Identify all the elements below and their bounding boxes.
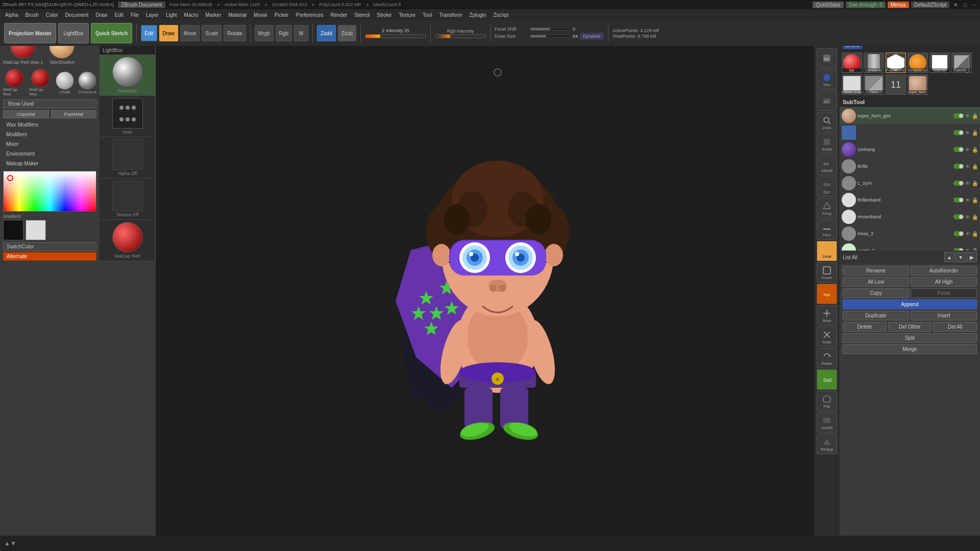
tool-thumb-polymesh[interactable]: PolyMesh3D [886, 53, 906, 73]
subtool-lock-brillenband[interactable]: 🔒 [972, 197, 978, 203]
see-through-btn[interactable]: See-through: 0 [846, 2, 886, 8]
menus-btn[interactable]: Menus [888, 2, 909, 8]
projection-master-btn[interactable]: Projection Master [4, 23, 56, 43]
all-low-btn[interactable]: All Low [843, 277, 909, 287]
menu-material[interactable]: Material [226, 11, 250, 19]
zsub-btn[interactable]: Zsub [338, 25, 356, 41]
delete-btn[interactable]: Delete [843, 322, 887, 332]
subtool-eye-hose3[interactable]: 👁 [965, 231, 970, 237]
canvas-area[interactable]: ★ [156, 46, 840, 536]
m-btn[interactable]: M [294, 25, 308, 41]
rgb-btn[interactable]: Rgb [276, 25, 292, 41]
subtool-item-hosenband[interactable]: Hosenband 👁 🔒 [840, 209, 980, 226]
matcap-small-chalk[interactable] [56, 71, 74, 90]
dynamic-icon-btn[interactable]: Dyn [817, 177, 837, 197]
default-zscript-btn[interactable]: DefaultZScript [911, 2, 949, 8]
subtool-lock-hose3[interactable]: 🔒 [972, 231, 978, 237]
tool-thumb-cube3d1[interactable]: Cube3D_1 [951, 53, 972, 73]
paste-mat-btn[interactable]: PasteMat [51, 110, 97, 118]
menu-picker[interactable]: Picker [272, 11, 292, 19]
copy-mat-btn[interactable]: CopyMat [3, 110, 49, 118]
menu-edit[interactable]: Edit [112, 11, 127, 19]
lb-standard-item[interactable]: Standard [100, 55, 155, 96]
subtool-lock-hero[interactable]: 🔒 [972, 113, 978, 119]
list-up-btn[interactable]: ▲ [944, 252, 954, 262]
edit-btn[interactable]: Edit [141, 25, 157, 41]
subtool-eye-hosenband[interactable]: 👁 [965, 214, 970, 220]
switch-color-btn[interactable]: SwitchColor [3, 242, 96, 251]
mixer-btn[interactable]: Mixer [3, 140, 96, 148]
menu-alpha[interactable]: Alpha [2, 11, 21, 19]
subtool-toggle-hosenband[interactable] [953, 214, 964, 219]
menu-layer[interactable]: Layer [143, 11, 162, 19]
menu-document[interactable]: Document [62, 11, 92, 19]
list-all-label[interactable]: List All [843, 255, 857, 260]
subtool-item-lsym[interactable]: L_Sym 👁 🔒 [840, 175, 980, 192]
menu-draw[interactable]: Draw [92, 11, 110, 19]
menu-texture[interactable]: Texture [396, 11, 419, 19]
environment-btn[interactable]: Environment [3, 149, 96, 158]
subtool-lock-hosenband[interactable]: 🔒 [972, 214, 978, 220]
zadd-btn[interactable]: Zadd [317, 25, 336, 41]
tool-thumb-cylinder[interactable]: Cylinder3D [864, 53, 884, 73]
menu-brush[interactable]: Brush [22, 11, 42, 19]
tool-thumb-bpr[interactable]: Bpr [842, 53, 862, 73]
menu-light[interactable]: Light [163, 11, 180, 19]
zbrush-document-btn[interactable]: ZBrush Document [118, 2, 165, 8]
subtool-toggle-hero[interactable] [953, 113, 964, 118]
scroll-btn[interactable]: Scrl [817, 91, 837, 111]
matcap-small-red2[interactable] [31, 69, 50, 87]
subtool-item-2[interactable]: 👁 🔒 [840, 124, 980, 141]
lb-texture-off-item[interactable]: Texture Off [100, 179, 155, 220]
subtool-eye-brille[interactable]: 👁 [965, 164, 970, 169]
tool-thumb-pm3d[interactable]: PM3D_Cube3D [842, 74, 862, 95]
subtool-toggle-brille[interactable] [953, 164, 964, 169]
quick-sketch-btn[interactable]: Quick Sketch [91, 23, 132, 43]
rotate-icon-btn[interactable]: Rotate [817, 348, 837, 368]
tool-thumb-simplebrush[interactable]: SimpleBrush [908, 53, 928, 73]
subtool-eye-brillenband[interactable]: 👁 [965, 197, 970, 203]
subtool-eye-lsym[interactable]: 👁 [965, 181, 970, 186]
lightbox-btn[interactable]: LightBox [58, 23, 89, 43]
subtool-toggle-brillenband[interactable] [953, 197, 964, 203]
tool-thumb-11[interactable]: 11 [886, 74, 906, 95]
draw-size-track[interactable] [530, 35, 571, 38]
wax-modifiers-btn[interactable]: Wax Modifiers [3, 120, 96, 129]
split-btn[interactable]: Split [843, 333, 977, 343]
tool-thumb-tile4[interactable]: Tile4 [864, 74, 884, 95]
frame-btn[interactable]: Frame [817, 262, 837, 283]
subtool-lock-augel2[interactable]: 🔒 [972, 248, 978, 251]
merge-btn[interactable]: Merge [843, 344, 977, 354]
persp-btn[interactable]: Persp [817, 198, 837, 218]
menu-zplugin[interactable]: Zplugin [467, 11, 489, 19]
subtool-toggle-hose3[interactable] [953, 231, 964, 236]
minimize-btn[interactable]: − [971, 2, 978, 8]
subtool-toggle-lsym[interactable] [953, 181, 964, 186]
close-btn[interactable]: ✕ [951, 2, 960, 8]
zoom-btn[interactable]: Zoom [817, 112, 837, 133]
goz-btn[interactable]: GoZ [817, 369, 837, 390]
autoreorder-btn[interactable]: AutoReorder [911, 266, 977, 276]
paste-btn[interactable]: Paste [911, 288, 977, 298]
subtool-lock-lsym[interactable]: 🔒 [972, 181, 978, 186]
aa-half-btn[interactable]: AA AAHalf [817, 155, 837, 176]
linefill-btn[interactable]: LineFill [817, 412, 837, 433]
lb-dots-item[interactable]: Dots [100, 96, 155, 137]
local-btn[interactable]: Local [817, 241, 837, 261]
menu-movie[interactable]: Movie [251, 11, 271, 19]
insert-btn[interactable]: Insert [911, 311, 977, 320]
subtool-toggle-2[interactable] [953, 130, 964, 135]
xyz-btn[interactable]: Xyz [817, 284, 837, 304]
lb-alpha-off-item[interactable]: Alpha Off [100, 137, 155, 179]
scale-icon-btn[interactable]: Scale [817, 327, 837, 347]
alternate-btn[interactable]: Alternate [3, 252, 96, 261]
tool-thumb-super-hero[interactable]: super_hero_goz [908, 74, 928, 95]
subtool-item-brillenband[interactable]: Brillenband 👁 🔒 [840, 192, 980, 209]
menu-render[interactable]: Render [328, 11, 351, 19]
spix-btn[interactable]: SPix [817, 69, 837, 90]
draw-btn[interactable]: Draw [159, 25, 178, 41]
color-gradient-picker[interactable] [3, 171, 96, 212]
modifiers-btn[interactable]: Modifiers [3, 130, 96, 139]
subtool-eye-umhang[interactable]: 👁 [965, 147, 970, 153]
rotate-btn[interactable]: Rotate [224, 25, 246, 41]
